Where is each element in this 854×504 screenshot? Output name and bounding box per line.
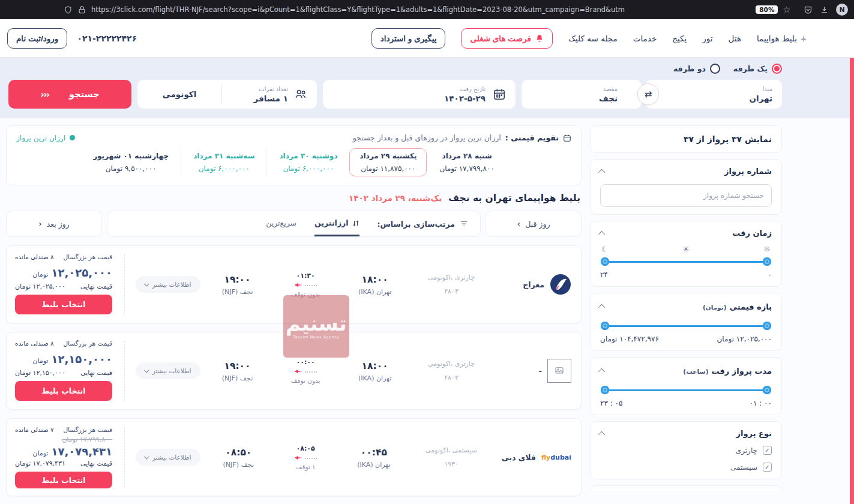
calendar-day[interactable]: چهارشنبه ۰۱ شهریور ۹,۵۰۰,۰۰۰ تومان [81,148,181,176]
arrival-time: ۰۸:۵۰ [225,447,251,458]
passenger-count-field[interactable]: تعداد نفرات ۱ مسافر [222,86,317,103]
shield-icon[interactable] [64,5,73,14]
departure-time-slider[interactable] [601,257,771,266]
duration-slider[interactable] [601,386,771,394]
sort-fastest-tab[interactable]: سریع‌ترین [266,211,296,236]
slider-handle-min[interactable] [763,322,771,330]
filter-flight-duration: مدت پرواز رفت (ساعت) ۰۱ : ۰۰ ۲۳ : ۰۵ [590,357,782,415]
slider-handle-max[interactable] [601,386,609,394]
nav-magazine[interactable]: مجله سه کلیک [568,34,618,43]
passengers-icon [294,88,307,101]
nav-flight-tickets[interactable]: بلیط هواپیما [757,34,807,43]
slider-handle-min[interactable] [763,386,771,394]
page-scrollbar[interactable] [850,58,854,504]
plane-icon [294,368,304,375]
sort-icon [460,220,468,227]
nav-hotel[interactable]: هتل [729,34,741,43]
select-ticket-button[interactable]: انتخاب بلیط [15,295,112,314]
collapse-chevron-icon[interactable] [598,230,605,237]
more-info-button[interactable]: اطلاعات بیشتر [136,449,200,466]
bookmark-star-icon[interactable]: ☆ [783,5,790,14]
search-button[interactable]: جستجو ‹‹‹ [8,80,131,109]
flight-duration: ۰۸:۰۵ [296,445,315,452]
next-day-button[interactable]: روز بعد ‹ [6,211,102,237]
calendar-day[interactable]: سه‌شنبه ۳۱ مرداد ۶,۰۰۰,۰۰۰ تومان [181,148,266,176]
more-info-button[interactable]: اطلاعات بیشتر [136,362,200,379]
plane-icon [800,35,807,42]
checkbox-checked-icon[interactable]: ✓ [763,446,772,455]
sort-cheapest-tab[interactable]: ارزانترین [314,211,359,236]
destination-field[interactable]: مقصد نجف [522,80,642,109]
collapse-chevron-icon[interactable] [598,304,605,310]
collapse-chevron-icon[interactable] [598,169,605,175]
download-icon[interactable] [820,5,829,14]
browser-toolbar: https://3click.com/flight/THR-NJF/search… [0,0,854,19]
cheapest-legend-dot [70,135,75,140]
divider [124,254,125,314]
departure-time: ۱۸:۰۰ [362,274,388,285]
sort-bar: مرتب‌سازی براساس: ارزانترین سریع‌ترین [107,211,481,237]
cabin-class-field[interactable]: اکونومی [137,89,221,99]
jobs-button[interactable]: فرصت های شغلی [461,28,552,49]
stops-label: بدون توقف [291,290,320,298]
nav-services[interactable]: خدمات [633,34,657,43]
pocket-save-icon[interactable] [804,5,813,14]
flight-type-system-option[interactable]: ✓ سیستمی [600,463,772,472]
nav-package[interactable]: پکیج [672,34,687,43]
select-ticket-button[interactable]: انتخاب بلیط [15,472,112,488]
departure-date-field[interactable]: تاریخ رفت ۱۴۰۲-۵-۲۹ [323,80,516,109]
slider-handle-max[interactable] [601,257,609,266]
origin-field[interactable]: مبدا تهران [645,80,782,109]
profile-avatar[interactable]: N [836,4,848,16]
refund-tracking-button[interactable]: پیگیری و استرداد [371,28,446,49]
calendar-day-selected[interactable]: یکشنبه ۲۹ مرداد ۱۱,۸۷۵,۰۰۰ تومان [349,148,427,176]
trip-type-round-radio[interactable]: دو طرفه [673,64,720,74]
select-ticket-button[interactable]: انتخاب بلیط [15,381,112,401]
stops-label: بدون توقف [291,377,320,384]
filters-sidebar: نمایش ۳۷ پرواز از ۳۷ شماره پرواز زمان رف… [590,125,782,491]
zoom-level-badge[interactable]: 80% [756,5,778,14]
arrival-time: ۱۹:۰۰ [224,361,250,371]
filter-departure-time: زمان رفت ☼ ☀ ☾ ۰ ۲۴ [590,221,782,287]
slider-handle-min[interactable] [763,257,771,266]
final-price: ۱۷,۰۷۹,۴۳۱ تومان [15,460,65,467]
collapse-chevron-icon[interactable] [598,431,605,437]
calendar-day[interactable]: دوشنبه ۳۰ مرداد ۶,۰۰۰,۰۰۰ تومان [266,148,349,176]
adult-price: ۱۲,۰۲۵,۰۰۰ [51,266,112,279]
filter-section-partial [590,485,782,491]
departure-airport: تهران (IKA) [358,374,391,382]
adult-price: ۱۷,۰۷۹,۴۳۱ [51,445,112,458]
chevron-icon: › [517,219,521,229]
login-signup-button[interactable]: ورود/ثبت نام [7,28,67,49]
slider-handle-max[interactable] [601,322,609,330]
sunrise-icon: ☼ [763,245,771,254]
collapse-chevron-icon[interactable] [598,368,605,374]
flight-search-panel: یک طرفه دو طرفه مبدا تهران ⇄ مقصد نجف [0,58,854,118]
seats-left: ۸ صندلی مانده [15,340,54,347]
broken-image-placeholder-icon [547,359,571,383]
trip-type-one-way-radio[interactable]: یک طرفه [733,64,782,74]
flight-type-charter-option[interactable]: ✓ چارتری [600,446,772,455]
price-calendar: تقویم قیمتی : ارزان ترین پرواز در روزهای… [6,125,582,185]
plane-icon [294,281,304,289]
checkbox-checked-icon[interactable]: ✓ [763,463,772,472]
price-range-slider[interactable] [601,322,771,330]
more-info-button[interactable]: اطلاعات بیشتر [136,276,200,293]
previous-day-button[interactable]: روز قبل › [486,211,582,237]
chevron-down-icon [144,281,149,286]
calendar-day[interactable]: شنبه ۲۸ مرداد ۱۷,۷۹۹,۸۰۰ تومان [427,148,506,176]
sort-amount-icon [352,220,359,227]
results-count: نمایش ۳۷ پرواز از ۳۷ [590,125,782,153]
route-dots [305,285,317,286]
arrival-time: ۱۹:۰۰ [224,274,250,285]
flight-number-search-input[interactable] [600,184,772,207]
address-bar[interactable]: https://3click.com/flight/THR-NJF/search… [6,4,796,16]
lock-icon [77,5,86,14]
nav-tour[interactable]: تور [702,34,712,43]
swap-origin-destination-button[interactable]: ⇄ [637,83,659,105]
filter-price-range: بازه قیمتی (تومان) ۱۲,۰۲۵,۰۰۰ تومان ۱۰۴,… [590,293,782,351]
radio-unselected-icon [710,64,720,74]
departure-time: ۱۸:۰۰ [362,361,388,371]
url-text[interactable]: https://3click.com/flight/THR-NJF/search… [91,5,751,14]
filter-flight-number: شماره پرواز [590,159,782,215]
